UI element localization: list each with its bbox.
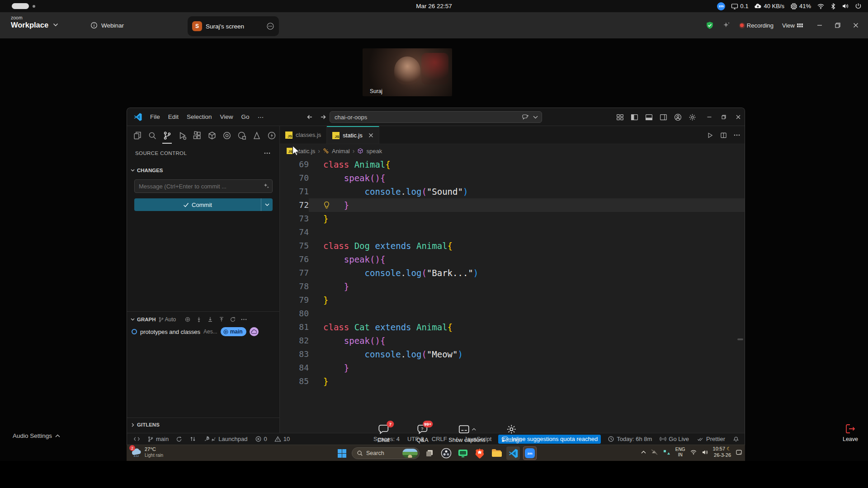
- menu-go[interactable]: Go: [237, 112, 254, 122]
- restore-icon[interactable]: [835, 22, 841, 28]
- nav-back-icon[interactable]: [306, 113, 313, 121]
- code-line-69[interactable]: 69 class Animal{: [280, 158, 745, 171]
- sparkle-icon[interactable]: [263, 183, 269, 189]
- menu-more[interactable]: ⋯: [254, 112, 268, 122]
- lightbulb-icon[interactable]: [323, 201, 330, 209]
- view-button[interactable]: View: [782, 22, 803, 29]
- commit-dropdown[interactable]: [261, 198, 273, 211]
- chevron-down-icon[interactable]: [131, 318, 135, 321]
- activity-remote-explorer[interactable]: [234, 126, 249, 145]
- tab-classes-js[interactable]: JS classes.js: [280, 126, 327, 144]
- tray-app-icon[interactable]: [663, 449, 671, 455]
- split-editor-icon[interactable]: [720, 132, 727, 139]
- graph-target-icon[interactable]: [184, 316, 191, 323]
- command-center-search[interactable]: [330, 111, 542, 123]
- settings-gear-icon[interactable]: [689, 113, 696, 121]
- notification-center-icon[interactable]: [736, 449, 742, 455]
- commit-button[interactable]: Commit: [134, 198, 273, 211]
- tab-surajs-screen[interactable]: S Suraj's screen: [188, 16, 279, 36]
- tab-static-js[interactable]: JS static.js: [327, 126, 379, 144]
- activity-docker[interactable]: [204, 126, 219, 145]
- tray-wifi-icon[interactable]: [690, 449, 697, 455]
- security-shield-icon[interactable]: [706, 21, 714, 29]
- activity-search[interactable]: [145, 126, 160, 145]
- display-status[interactable]: 0.1: [731, 3, 748, 10]
- toggle-panel-icon[interactable]: [645, 113, 653, 121]
- close-tab-icon[interactable]: [368, 133, 373, 138]
- tray-volume-icon[interactable]: [702, 449, 708, 455]
- code-line-76[interactable]: 76 speak(){: [280, 253, 745, 266]
- chat-button[interactable]: 7 Chat: [371, 423, 396, 443]
- more-actions-icon[interactable]: [264, 152, 270, 154]
- graph-push-icon[interactable]: [218, 316, 225, 323]
- chevron-down-icon[interactable]: [533, 116, 538, 119]
- code-line-79[interactable]: 79 }: [280, 293, 745, 307]
- copilot-chat-icon[interactable]: [522, 114, 529, 121]
- commit-message-box[interactable]: [134, 179, 273, 193]
- code-line-73[interactable]: 73 }: [280, 212, 745, 225]
- restore-icon[interactable]: [721, 114, 726, 120]
- graph-more-icon[interactable]: [241, 319, 247, 320]
- show-captions-button[interactable]: Show captions: [448, 423, 485, 443]
- code-line-74[interactable]: 74: [280, 225, 745, 239]
- graph-repo-row[interactable]: prototypes and classes Aes... main: [127, 324, 279, 336]
- code-line-81[interactable]: 81 class Cat extends Animal{: [280, 320, 745, 334]
- cpu-usage[interactable]: 41%: [790, 3, 811, 10]
- menu-edit[interactable]: Edit: [164, 112, 183, 122]
- menu-file[interactable]: File: [146, 112, 164, 122]
- activity-explorer[interactable]: [130, 126, 145, 145]
- audio-settings-button[interactable]: Audio Settings: [13, 432, 60, 439]
- changes-section-header[interactable]: CHANGES: [131, 168, 163, 173]
- search-input[interactable]: [335, 114, 518, 121]
- activity-gitlens[interactable]: [219, 126, 234, 145]
- zoom-workplace-menu[interactable]: zoom Workplace: [11, 15, 58, 29]
- tray-muted-icon[interactable]: [651, 449, 658, 455]
- tab-more-icon[interactable]: [266, 22, 274, 30]
- commit-message-input[interactable]: [134, 179, 273, 193]
- network-speed[interactable]: 40 KB/s: [754, 3, 784, 10]
- graph-refresh-icon[interactable]: [230, 316, 236, 323]
- activity-run-debug[interactable]: [175, 126, 189, 145]
- settings-button[interactable]: Settings: [499, 423, 524, 443]
- power-icon[interactable]: [855, 3, 862, 9]
- search-highlight-image[interactable]: [402, 449, 418, 458]
- run-file-icon[interactable]: [707, 132, 713, 139]
- activity-thunder-client[interactable]: [264, 126, 279, 145]
- code-line-85[interactable]: 85 }: [280, 375, 745, 388]
- breadcrumb-method[interactable]: speak: [366, 148, 382, 155]
- scrollbar-thumb[interactable]: [737, 338, 743, 340]
- close-icon[interactable]: [853, 22, 859, 28]
- graph-pull-icon[interactable]: [207, 316, 213, 323]
- code-line-72[interactable]: 72 }: [280, 198, 745, 212]
- code-line-80[interactable]: 80: [280, 307, 745, 320]
- activity-source-control[interactable]: [160, 126, 175, 145]
- tray-chevron-up-icon[interactable]: [641, 450, 646, 454]
- leave-button[interactable]: Leave: [843, 423, 858, 442]
- breadcrumb[interactable]: JS static.js › Animal › speak: [280, 144, 745, 158]
- code-line-75[interactable]: 75 class Dog extends Animal{: [280, 239, 745, 253]
- graph-auto-toggle[interactable]: Auto: [158, 316, 176, 323]
- close-icon[interactable]: [736, 114, 741, 120]
- menu-selection[interactable]: Selection: [183, 112, 216, 122]
- code-line-71[interactable]: 71 console.log("Sound"): [280, 185, 745, 198]
- code-line-78[interactable]: 78 }: [280, 280, 745, 293]
- ai-companion-icon[interactable]: [722, 21, 731, 29]
- bluetooth-icon[interactable]: [830, 3, 836, 10]
- tab-webinar[interactable]: Webinar: [90, 18, 124, 33]
- breadcrumb-class[interactable]: Animal: [332, 148, 350, 155]
- menu-view[interactable]: View: [216, 112, 237, 122]
- toggle-sidebar-icon[interactable]: [631, 113, 638, 121]
- branch-badge[interactable]: main: [221, 327, 246, 336]
- activity-extensions[interactable]: [189, 126, 204, 145]
- code-line-82[interactable]: 82 speak(){: [280, 334, 745, 347]
- code-line-83[interactable]: 83 console.log("Meow"): [280, 347, 745, 361]
- participant-video[interactable]: Suraj: [363, 48, 452, 96]
- volume-icon[interactable]: [842, 3, 849, 9]
- customize-layout-icon[interactable]: [616, 113, 624, 121]
- nav-forward-icon[interactable]: [320, 113, 327, 121]
- wifi-icon[interactable]: [817, 3, 825, 9]
- code-area[interactable]: 69 class Animal{ 70 speak(){ 71 console.…: [280, 158, 745, 433]
- toggle-secondary-sidebar-icon[interactable]: [660, 113, 667, 121]
- zoom-menubar-icon[interactable]: zm: [717, 2, 725, 10]
- activity-live-share[interactable]: [249, 126, 264, 145]
